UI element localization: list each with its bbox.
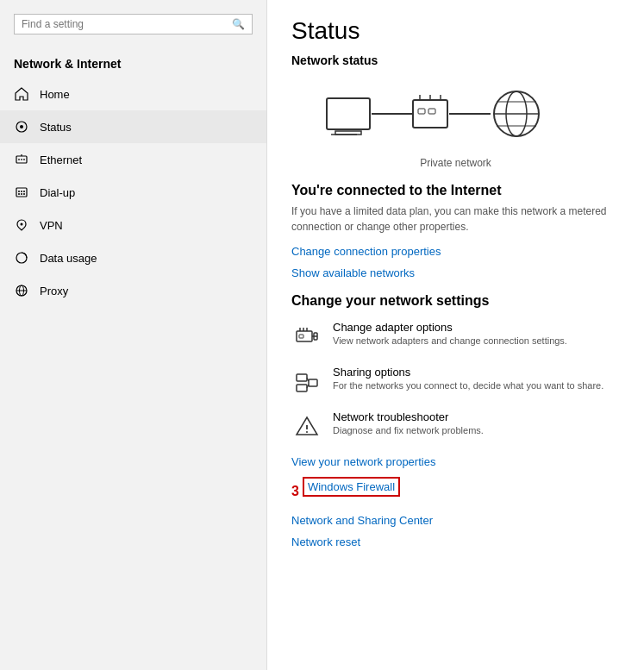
sidebar-item-home-label: Home [40, 88, 70, 101]
view-properties-link[interactable]: View your network properties [291, 455, 620, 468]
adapter-options-item: Change adapter options View network adap… [291, 321, 620, 352]
windows-firewall-link[interactable]: Windows Firewall [303, 477, 400, 497]
troubleshooter-title: Network troubleshooter [333, 410, 484, 423]
svg-point-11 [18, 193, 20, 195]
adapter-options-text: Change adapter options View network adap… [333, 321, 567, 346]
connected-desc: If you have a limited data plan, you can… [291, 204, 620, 235]
firewall-row: 3 Windows Firewall [291, 477, 620, 505]
search-icon[interactable]: 🔍 [232, 18, 245, 30]
svg-point-13 [23, 193, 25, 195]
sidebar-item-data-usage[interactable]: Data usage [0, 241, 266, 274]
sidebar: 🔍 Network & Internet Home Status [0, 0, 267, 670]
sharing-options-text: Sharing options For the networks you con… [333, 366, 603, 391]
sidebar-item-status-label: Status [40, 121, 72, 134]
svg-point-49 [306, 431, 308, 433]
page-title: Status [291, 17, 620, 45]
svg-point-14 [21, 223, 23, 226]
sidebar-item-home[interactable]: Home [0, 78, 266, 110]
svg-point-9 [21, 191, 22, 192]
sharing-options-title: Sharing options [333, 366, 603, 379]
search-input[interactable] [22, 18, 232, 30]
sidebar-item-vpn-label: VPN [40, 219, 63, 232]
show-networks-link[interactable]: Show available networks [291, 266, 620, 279]
troubleshooter-item: Network troubleshooter Diagnose and fix … [291, 410, 620, 441]
data-usage-icon [14, 250, 29, 266]
svg-rect-27 [418, 109, 425, 114]
svg-rect-44 [309, 379, 317, 386]
status-icon [14, 119, 29, 135]
svg-point-8 [18, 191, 20, 192]
svg-point-12 [21, 193, 22, 195]
svg-rect-28 [428, 109, 435, 114]
troubleshooter-icon [291, 410, 322, 441]
change-connection-link[interactable]: Change connection properties [291, 245, 620, 258]
sidebar-item-status[interactable]: Status [0, 110, 266, 143]
proxy-icon [14, 283, 29, 298]
sidebar-item-proxy[interactable]: Proxy [0, 274, 266, 307]
svg-point-10 [23, 191, 25, 192]
ethernet-icon [14, 152, 29, 167]
badge-number: 3 [291, 484, 299, 499]
adapter-options-title: Change adapter options [333, 321, 567, 334]
change-settings-heading: Change your network settings [291, 293, 620, 309]
sidebar-item-data-usage-label: Data usage [40, 252, 97, 265]
network-status-heading: Network status [291, 53, 620, 67]
adapter-options-desc: View network adapters and change connect… [333, 335, 567, 346]
sharing-center-link[interactable]: Network and Sharing Center [291, 514, 620, 527]
sidebar-item-dialup-label: Dial-up [40, 186, 75, 199]
sidebar-item-vpn[interactable]: VPN [0, 209, 266, 241]
network-reset-link[interactable]: Network reset [291, 535, 620, 548]
svg-point-1 [20, 125, 23, 128]
sharing-icon [291, 366, 322, 397]
search-box[interactable]: 🔍 [14, 14, 253, 34]
sharing-options-item: Sharing options For the networks you con… [291, 366, 620, 397]
sharing-options-desc: For the networks you connect to, decide … [333, 380, 603, 391]
network-label: Private network [291, 157, 620, 169]
svg-rect-42 [297, 374, 307, 381]
troubleshooter-desc: Diagnose and fix network problems. [333, 425, 484, 435]
sidebar-section-label: Network & Internet [0, 52, 266, 78]
connected-title: You're connected to the Internet [291, 183, 620, 198]
vpn-icon [14, 217, 29, 233]
network-diagram [291, 81, 620, 150]
sidebar-header: 🔍 [0, 0, 266, 52]
sidebar-item-ethernet-label: Ethernet [40, 153, 82, 166]
svg-rect-39 [299, 335, 303, 338]
svg-rect-43 [297, 385, 307, 391]
main-content: Status Network status Private [267, 0, 644, 670]
sidebar-item-proxy-label: Proxy [40, 285, 68, 297]
sidebar-item-dialup[interactable]: Dial-up [0, 176, 266, 209]
sidebar-item-ethernet[interactable]: Ethernet [0, 143, 266, 176]
svg-rect-19 [327, 98, 370, 129]
troubleshooter-text: Network troubleshooter Diagnose and fix … [333, 410, 484, 435]
adapter-icon [291, 321, 322, 352]
home-icon [14, 86, 29, 102]
dialup-icon [14, 185, 29, 200]
